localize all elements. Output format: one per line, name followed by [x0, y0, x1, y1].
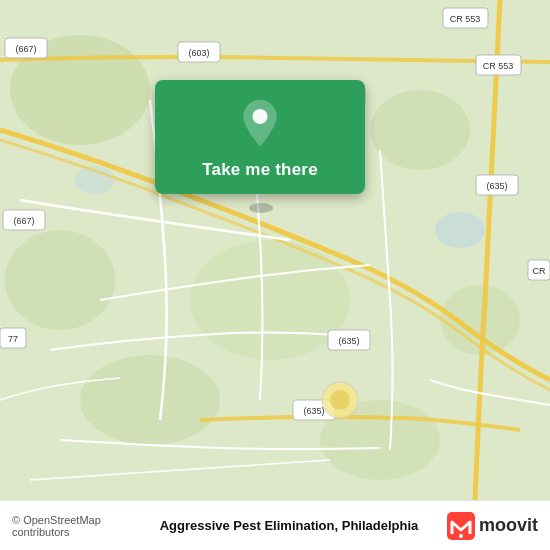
- svg-point-2: [370, 90, 470, 170]
- location-name: Aggressive Pest Elimination, Philadelphi…: [160, 518, 439, 533]
- map-svg: (667) (603) (603) CR 553 CR 553 (635) (6…: [0, 0, 550, 500]
- copyright-text: © OpenStreetMap contributors: [12, 514, 152, 538]
- pin-icon: [234, 98, 286, 150]
- svg-text:(667): (667): [15, 44, 36, 54]
- svg-text:(635): (635): [303, 406, 324, 416]
- moovit-text: moovit: [479, 515, 538, 536]
- svg-text:CR: CR: [533, 266, 546, 276]
- svg-point-35: [252, 109, 267, 124]
- svg-text:77: 77: [8, 334, 18, 344]
- svg-text:CR 553: CR 553: [450, 14, 481, 24]
- moovit-icon: [447, 512, 475, 540]
- svg-point-8: [435, 212, 485, 248]
- svg-text:CR 553: CR 553: [483, 61, 514, 71]
- svg-text:(667): (667): [13, 216, 34, 226]
- svg-point-5: [80, 355, 220, 445]
- svg-text:(635): (635): [486, 181, 507, 191]
- take-me-there-label: Take me there: [202, 160, 318, 180]
- svg-text:(603): (603): [188, 48, 209, 58]
- bottom-bar: © OpenStreetMap contributors Aggressive …: [0, 500, 550, 550]
- svg-point-34: [249, 203, 273, 213]
- svg-point-33: [330, 390, 350, 410]
- svg-point-7: [190, 240, 350, 360]
- location-card[interactable]: Take me there: [155, 80, 365, 194]
- svg-point-3: [5, 230, 115, 330]
- svg-text:(635): (635): [338, 336, 359, 346]
- map-container: (667) (603) (603) CR 553 CR 553 (635) (6…: [0, 0, 550, 500]
- svg-point-37: [459, 534, 463, 538]
- moovit-logo: moovit: [447, 512, 538, 540]
